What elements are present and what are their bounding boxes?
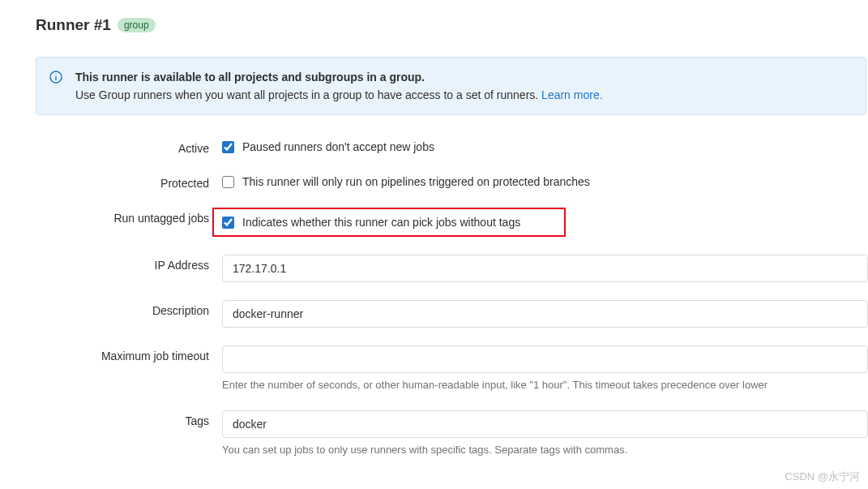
- label-ip: IP Address: [36, 255, 222, 282]
- highlighted-box: Indicates whether this runner can pick j…: [212, 208, 566, 237]
- field-timeout: Maximum job timeout Enter the number of …: [36, 345, 868, 392]
- field-untagged: Run untagged jobs Indicates whether this…: [36, 208, 868, 237]
- label-timeout: Maximum job timeout: [36, 345, 222, 392]
- banner-title: This runner is available to all projects…: [75, 71, 853, 84]
- field-active: Active Paused runners don't accept new j…: [36, 138, 868, 155]
- active-checkbox[interactable]: [222, 141, 234, 153]
- ip-input[interactable]: [222, 255, 868, 282]
- page-header: Runner #1 group: [36, 16, 868, 34]
- label-active: Active: [36, 138, 222, 155]
- label-description: Description: [36, 300, 222, 328]
- watermark: CSDN @永宁河: [785, 470, 860, 475]
- svg-point-1: [55, 74, 56, 75]
- banner-description: Use Group runners when you want all proj…: [75, 88, 853, 101]
- label-untagged: Run untagged jobs: [36, 208, 222, 237]
- timeout-help: Enter the number of seconds, or other hu…: [222, 378, 868, 392]
- description-input[interactable]: [222, 300, 868, 328]
- protected-checkbox-label: This runner will only run on pipelines t…: [242, 175, 590, 188]
- untagged-checkbox[interactable]: [222, 217, 234, 229]
- group-badge: group: [118, 18, 156, 32]
- tags-input[interactable]: [222, 410, 868, 438]
- page-title: Runner #1: [36, 16, 111, 34]
- learn-more-link[interactable]: Learn more.: [541, 88, 602, 101]
- active-checkbox-label: Paused runners don't accept new jobs: [242, 140, 434, 153]
- protected-checkbox[interactable]: [222, 176, 234, 188]
- field-description: Description: [36, 300, 868, 328]
- timeout-input[interactable]: [222, 345, 868, 373]
- field-tags: Tags You can set up jobs to only use run…: [36, 410, 868, 457]
- field-ip: IP Address: [36, 255, 868, 282]
- label-protected: Protected: [36, 173, 222, 190]
- info-banner: This runner is available to all projects…: [36, 57, 866, 115]
- tags-help: You can set up jobs to only use runners …: [222, 443, 868, 457]
- untagged-checkbox-label: Indicates whether this runner can pick j…: [242, 216, 520, 229]
- info-icon: [49, 71, 62, 84]
- field-protected: Protected This runner will only run on p…: [36, 173, 868, 190]
- label-tags: Tags: [36, 410, 222, 457]
